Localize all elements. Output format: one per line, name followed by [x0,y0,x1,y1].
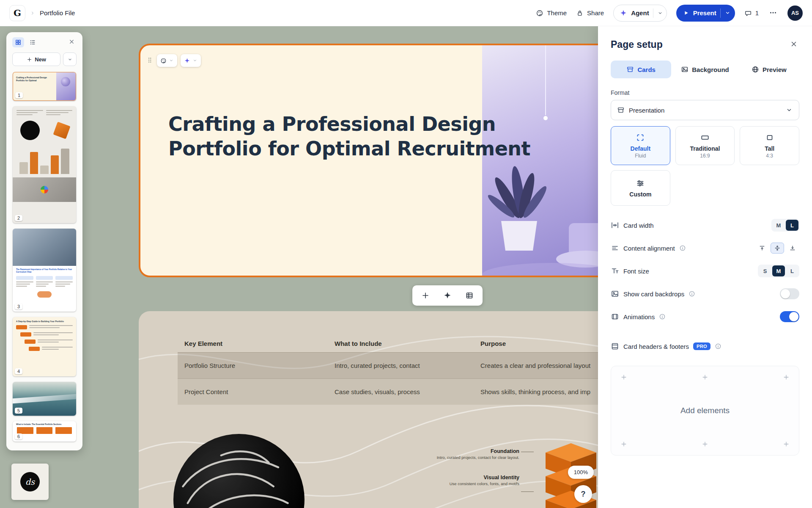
align-top-icon [759,245,765,251]
format-select[interactable]: Presentation [611,100,799,120]
panel-header: Page setup [611,39,799,50]
theme-button[interactable]: Theme [536,9,567,17]
present-button[interactable]: Present [676,5,735,22]
new-slide-options-button[interactable] [63,52,77,66]
slide-thumbnail-2[interactable]: 2 [13,106,76,223]
format-option-sub: Fluid [635,153,646,159]
format-option-traditional[interactable]: Traditional 16:9 [675,126,735,165]
help-button[interactable]: ? [574,485,592,503]
align-lines-icon [611,244,619,252]
slide-thumbnail-3[interactable]: The Paramount Importance of Your Portfol… [13,229,76,312]
cards-icon [626,66,634,73]
chevron-down-icon [785,106,793,114]
comments-button[interactable]: 1 [744,9,759,17]
info-icon [689,290,695,297]
new-slide-controls: New [12,52,77,66]
tab-preview[interactable]: Preview [739,61,799,78]
table-cell: Project Content [178,379,328,405]
document-title[interactable]: Portfolio File [40,9,75,17]
slide-thumbnail-4[interactable]: A Step-by-Step Guide to Building Your Po… [13,317,76,376]
key-elements-table[interactable]: Key Element What to Include Purpose Port… [178,335,615,405]
grid-view-button[interactable] [12,37,24,47]
format-option-label: Custom [629,191,651,198]
drag-handle[interactable] [146,56,154,65]
panel-close-button[interactable] [788,39,799,50]
header-element-slots [618,371,792,383]
add-header-center-button[interactable] [699,371,711,383]
insert-card-button[interactable] [415,287,436,304]
list-view-button[interactable] [27,37,38,47]
agent-label: Agent [631,9,649,17]
avatar[interactable]: AS [787,6,803,21]
rect-16-9-icon [700,133,710,142]
tab-label: Background [692,66,729,73]
animations-toggle[interactable] [780,311,799,322]
add-footer-left-button[interactable] [618,438,630,450]
thumb-black-circle [20,121,40,140]
align-top-button[interactable] [755,243,769,254]
thumb-title: The Paramount Importance of Your Portfol… [16,268,73,274]
card-ai-button[interactable] [181,54,201,67]
card-width-m[interactable]: M [772,220,785,231]
plus-icon [783,374,790,381]
diagram-desc: Intro, curated projects, contact for cle… [414,455,519,460]
share-button[interactable]: Share [576,9,604,17]
app-window: G Portfolio File Theme Share Agent Prese… [0,0,812,508]
font-size-segment: S M L [758,265,799,277]
font-size-l[interactable]: L [786,265,798,276]
slide-thumbnail-5[interactable]: 5 [13,382,76,416]
thumb-columns [16,276,73,288]
add-footer-right-button[interactable] [780,438,792,450]
font-size-label: Font size [623,268,649,275]
image-icon [681,66,689,73]
plus-icon [421,291,430,300]
align-middle-button[interactable] [771,243,784,254]
brand-logo-thumbnail[interactable]: ds [11,464,49,500]
slide-card-1[interactable]: Crafting a Professional Design Portfolio… [139,44,623,277]
new-slide-button[interactable]: New [12,52,60,66]
slide-thumbnail-6[interactable]: What to Include: The Essential Portfolio… [13,421,76,442]
tab-label: Preview [763,66,787,73]
table-cell: Case studies, visuals, process [328,379,474,405]
present-label: Present [693,9,716,17]
agent-button-group[interactable]: Agent [613,5,667,22]
present-chevron-icon [724,10,731,16]
table-header: Purpose [474,335,615,352]
align-bottom-button[interactable] [786,243,799,254]
sidebar-close-button[interactable] [66,37,77,47]
insert-template-button[interactable] [459,287,480,304]
format-options-row2: Custom [611,170,799,206]
add-header-right-button[interactable] [780,371,792,383]
format-option-default[interactable]: Default Fluid [611,126,670,165]
gamma-logo[interactable]: G [9,5,25,21]
format-option-custom[interactable]: Custom [611,170,670,206]
card-color-button[interactable] [157,54,177,67]
thumb-orange-columns [17,427,72,434]
format-option-tall[interactable]: Tall 4:3 [740,126,799,165]
agent-chevron-icon[interactable] [657,10,663,16]
table-header-row: Key Element What to Include Purpose [178,335,615,352]
card-backdrops-toggle[interactable] [780,288,799,299]
tab-cards[interactable]: Cards [611,61,671,78]
zoom-level[interactable]: 100% [568,466,594,479]
slide-card-2[interactable]: Key Element What to Include Purpose Port… [139,311,623,508]
more-menu-button[interactable] [768,8,778,18]
add-elements-label: Add elements [618,406,792,415]
card-width-label: Card width [623,222,654,229]
font-size-m[interactable]: M [772,265,785,276]
format-option-label: Tall [765,145,774,152]
info-icon [679,245,686,251]
add-footer-center-button[interactable] [699,438,711,450]
card-width-l[interactable]: L [786,220,798,231]
insert-ai-button[interactable] [437,287,458,304]
comment-count: 1 [755,9,759,17]
slide-number: 1 [15,92,23,98]
table-row: Project Content Case studies, visuals, p… [178,378,615,405]
font-size-s[interactable]: S [759,265,771,276]
tab-background[interactable]: Background [675,61,735,78]
format-option-label: Traditional [690,145,720,152]
align-bottom-icon [789,245,796,251]
slide-thumbnail-1[interactable]: Crafting a Professional Design Portfolio… [13,72,76,101]
add-header-left-button[interactable] [618,371,630,383]
slide-title[interactable]: Crafting a Professional Design Portfolio… [168,112,540,161]
